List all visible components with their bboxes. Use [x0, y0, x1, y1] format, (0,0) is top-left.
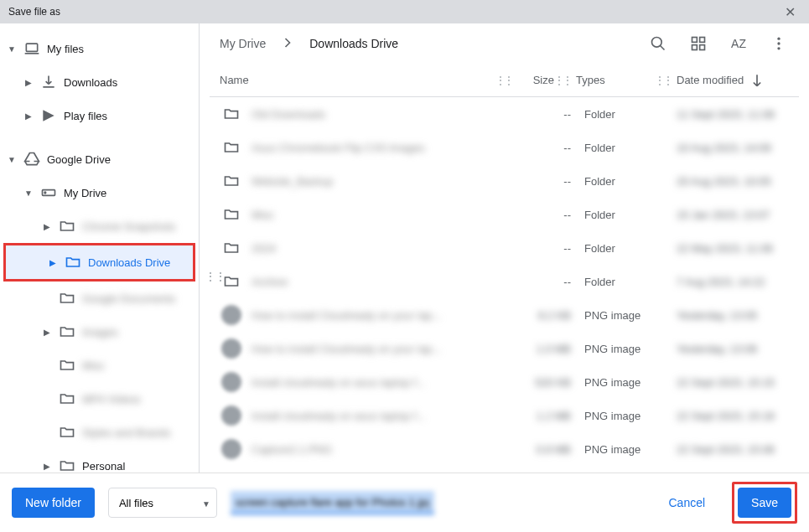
more-icon[interactable]	[769, 34, 789, 54]
new-folder-button[interactable]: New folder	[12, 488, 95, 518]
laptop-icon	[22, 39, 42, 59]
sidebar-item-label: MP4 Videos	[82, 393, 141, 405]
file-date: 22 Sept 2023, 15:06	[663, 443, 789, 456]
sidebar-item-personal[interactable]: ▶ Personal	[0, 449, 199, 473]
file-type: Folder	[571, 175, 663, 188]
file-size: 1.2 MB	[512, 410, 571, 422]
file-type: Folder	[571, 242, 663, 255]
file-date: 11 Sept 2023, 11:08	[663, 108, 789, 121]
sidebar-item-folder[interactable]: ▶ Images	[0, 315, 199, 349]
chevron-down-icon: ▼	[7, 44, 17, 54]
hard-drive-icon	[39, 183, 59, 203]
column-resize-handle[interactable]: ⋮⋮	[655, 75, 663, 86]
table-row[interactable]: Capture2.1.PNG0.8 MBPNG image22 Sept 202…	[210, 432, 799, 466]
table-row[interactable]: Install cloudready on asus laptop f...52…	[210, 365, 799, 399]
table-row[interactable]: Misc--Folder15 Jan 2023, 13:07	[210, 198, 799, 231]
bottom-bar: New folder All files ▼ Cancel Save	[0, 473, 809, 532]
image-thumbnail	[220, 305, 243, 325]
file-name: 2024	[243, 242, 512, 255]
search-icon[interactable]	[648, 34, 668, 54]
main-panel: My Drive Downloads Drive AZ	[200, 23, 809, 473]
file-name: How to install Cloudready on your lap...	[243, 309, 512, 322]
breadcrumb-my-drive[interactable]: My Drive	[220, 37, 266, 50]
file-size: 8.2 KB	[512, 309, 571, 322]
folder-icon	[57, 216, 77, 236]
cancel-button[interactable]: Cancel	[655, 488, 718, 518]
sidebar-item-my-files[interactable]: ▼ My files	[0, 32, 199, 65]
table-row[interactable]: Old Downloads--Folder11 Sept 2023, 11:08	[210, 97, 799, 131]
highlight-box: Save	[732, 482, 797, 524]
column-name[interactable]: Name	[220, 74, 495, 86]
sidebar-item-folder[interactable]: MP4 Videos	[0, 382, 199, 416]
sidebar-item-my-drive[interactable]: ▼ My Drive	[0, 176, 199, 209]
filetype-select[interactable]: All files	[108, 488, 217, 518]
folder-icon	[57, 456, 77, 473]
file-size: --	[512, 175, 571, 188]
folder-icon	[57, 288, 77, 308]
close-icon[interactable]: ✕	[780, 3, 801, 22]
column-date-label: Date modified	[677, 74, 744, 86]
table-row[interactable]: How to install Cloudready on your lap...…	[210, 332, 799, 365]
file-name: Capture2.1.PNG	[243, 443, 512, 456]
sidebar-item-downloads[interactable]: ▶ Downloads	[0, 65, 199, 99]
chevron-right-icon: ▶	[23, 111, 34, 121]
file-size: 520 KB	[512, 376, 571, 389]
folder-icon	[220, 139, 243, 156]
file-size: --	[512, 108, 571, 121]
filename-input[interactable]	[231, 491, 434, 514]
svg-point-2	[44, 192, 46, 194]
table-row[interactable]: Website_Backup--Folder20 Aug 2023, 10:05	[210, 164, 799, 198]
column-resize-handle[interactable]: ⋮⋮	[554, 75, 563, 86]
file-size: --	[512, 142, 571, 154]
sidebar-resize-handle[interactable]: ⋮⋮	[205, 270, 225, 283]
sidebar: ▼ My files ▶ Downloads ▶ Play files ▼	[0, 23, 200, 473]
svg-point-9	[777, 42, 780, 44]
highlight-box: ▶ Downloads Drive	[3, 243, 195, 281]
chevron-spacer	[42, 293, 52, 303]
file-type: Folder	[571, 276, 663, 288]
file-name: Install cloudready on asus laptop f...	[243, 410, 512, 422]
column-size[interactable]: Size	[504, 74, 554, 86]
sidebar-item-label: Misc	[82, 359, 105, 372]
table-row[interactable]: Archive--Folder7 Aug 2023, 14:22	[210, 265, 799, 298]
image-thumbnail	[220, 338, 243, 359]
sidebar-item-label: Chrome Snapshots	[82, 220, 175, 233]
table-row[interactable]: How to install Cloudready on your lap...…	[210, 298, 799, 332]
table-row[interactable]: Asus Chromebook Flip CX5 Images--Folder1…	[210, 131, 799, 164]
sort-az-icon[interactable]: AZ	[729, 34, 749, 54]
play-icon	[39, 106, 59, 126]
sidebar-item-folder[interactable]: Google Documents	[0, 281, 199, 315]
svg-rect-4	[692, 38, 698, 43]
table-row[interactable]: 2024--Folder22 May 2023, 11:06	[210, 231, 799, 265]
file-size: --	[512, 242, 571, 255]
file-date: Yesterday, 13:06	[663, 343, 789, 355]
column-resize-handle[interactable]: ⋮⋮	[495, 75, 504, 86]
image-thumbnail	[220, 439, 243, 459]
column-types[interactable]: Types	[563, 74, 655, 86]
column-date-modified[interactable]: Date modified	[663, 72, 789, 89]
main-header: My Drive Downloads Drive AZ	[200, 23, 809, 64]
sidebar-item-google-drive[interactable]: ▼ Google Drive	[0, 142, 199, 176]
file-name: Website_Backup	[243, 175, 512, 188]
header-actions: AZ	[648, 34, 789, 54]
file-date: Yesterday, 13:05	[663, 309, 789, 322]
file-name: Misc	[243, 209, 512, 221]
table-row[interactable]: Install cloudready on asus laptop f...1.…	[210, 399, 799, 432]
sidebar-item-play-files[interactable]: ▶ Play files	[0, 99, 199, 132]
sort-down-icon	[749, 72, 765, 89]
sidebar-item-folder[interactable]: ▶ Chrome Snapshots	[0, 209, 199, 243]
window-title: Save file as	[8, 6, 60, 18]
google-drive-icon	[22, 149, 42, 169]
grid-view-icon[interactable]	[688, 34, 708, 54]
breadcrumb: My Drive Downloads Drive	[220, 34, 631, 54]
breadcrumb-downloads-drive[interactable]: Downloads Drive	[309, 37, 398, 50]
folder-icon	[57, 389, 77, 409]
sidebar-item-folder[interactable]: Styles and Brands	[0, 416, 199, 449]
file-date: 10 Aug 2023, 14:09	[663, 142, 789, 154]
save-button[interactable]: Save	[738, 488, 791, 518]
sidebar-item-folder[interactable]: Misc	[0, 349, 199, 382]
sidebar-item-downloads-drive[interactable]: ▶ Downloads Drive	[6, 245, 193, 279]
svg-rect-7	[700, 45, 705, 50]
image-thumbnail	[220, 372, 243, 392]
sidebar-item-label: Play files	[64, 110, 107, 122]
